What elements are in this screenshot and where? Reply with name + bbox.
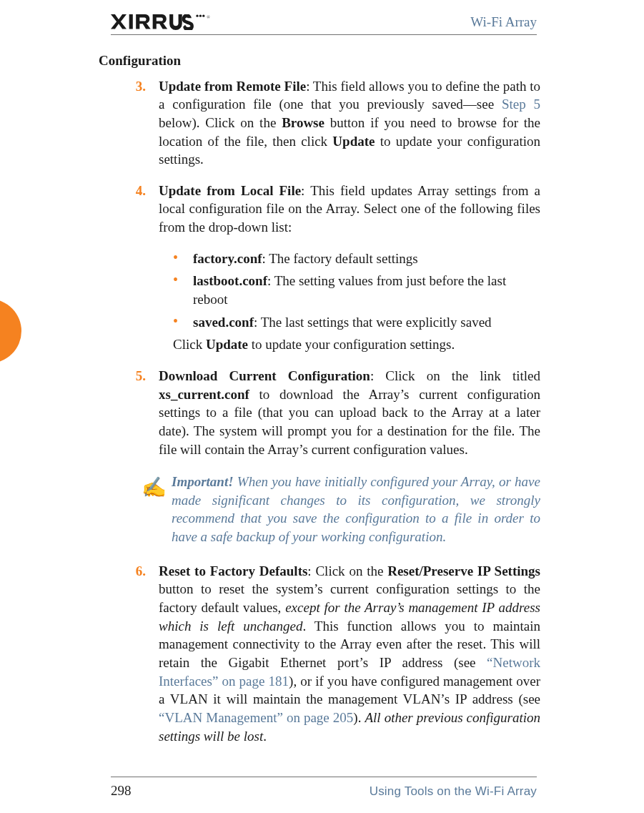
footer-rule bbox=[111, 777, 537, 777]
step-title: Reset to Factory Defaults bbox=[159, 563, 307, 578]
svg-point-2 bbox=[196, 15, 198, 17]
svg-point-4 bbox=[202, 15, 204, 17]
svg-rect-1 bbox=[129, 14, 133, 29]
page-number: 298 bbox=[111, 783, 132, 799]
list-item: • factory.conf: The factory default sett… bbox=[173, 250, 540, 268]
list-item: • saved.conf: The last settings that wer… bbox=[173, 313, 540, 332]
text: to update your configuration settings. bbox=[248, 337, 455, 352]
text: : Click on the link titled bbox=[370, 368, 540, 383]
svg-marker-0 bbox=[111, 14, 127, 29]
ui-label: Browse bbox=[282, 115, 325, 130]
page-footer: 298 Using Tools on the Wi-Fi Array bbox=[111, 783, 537, 799]
text: Click bbox=[173, 337, 206, 352]
text: : Click on the bbox=[307, 563, 387, 578]
page-header: ® Wi-Fi Array bbox=[111, 14, 537, 35]
document-title: Wi-Fi Array bbox=[470, 14, 537, 30]
step-number: 4. bbox=[117, 182, 159, 237]
svg-text:®: ® bbox=[207, 15, 210, 19]
page-tab bbox=[0, 299, 21, 363]
file-name: lastboot.conf bbox=[193, 273, 267, 288]
crossref-link[interactable]: “VLAN Management” on page 205 bbox=[159, 710, 353, 725]
step-body: Download Current Configuration: Click on… bbox=[159, 367, 540, 458]
bullet-icon: • bbox=[173, 250, 193, 265]
bullet-icon: • bbox=[173, 313, 193, 329]
file-name: saved.conf bbox=[193, 315, 254, 330]
text: below). Click on the bbox=[159, 115, 282, 130]
ui-label: Reset/Preserve IP Settings bbox=[387, 563, 540, 578]
svg-point-3 bbox=[199, 15, 202, 17]
step-title: Download Current Configuration bbox=[159, 368, 370, 383]
paragraph: Click Update to update your configuratio… bbox=[173, 335, 540, 354]
footer-chapter: Using Tools on the Wi-Fi Array bbox=[370, 784, 537, 799]
step-body: Reset to Factory Defaults: Click on the … bbox=[159, 562, 540, 745]
step-3: 3. Update from Remote File: This field a… bbox=[99, 77, 540, 169]
step-number: 3. bbox=[117, 77, 159, 169]
text: : The factory default settings bbox=[262, 251, 418, 266]
sublist: • factory.conf: The factory default sett… bbox=[173, 250, 540, 332]
ui-label: Update bbox=[206, 337, 248, 352]
text: . bbox=[263, 729, 267, 744]
bullet-icon: • bbox=[173, 272, 193, 287]
callout-text: Important! When you have initially confi… bbox=[172, 473, 540, 546]
list-item: • lastboot.conf: The setting values from… bbox=[173, 272, 540, 308]
callout-lead: Important! bbox=[172, 474, 234, 489]
hand-write-icon: ✍ bbox=[136, 473, 172, 501]
file-name: xs_current.conf bbox=[159, 387, 249, 402]
step-5: 5. Download Current Configuration: Click… bbox=[99, 367, 540, 458]
step-title: Update from Local File bbox=[159, 183, 301, 198]
section-heading: Configuration bbox=[99, 51, 540, 70]
step-4: 4. Update from Local File: This field up… bbox=[99, 182, 540, 237]
crossref-link[interactable]: Step 5 bbox=[502, 97, 540, 112]
file-name: factory.conf bbox=[193, 251, 262, 266]
text: ). bbox=[353, 710, 365, 725]
step-number: 6. bbox=[117, 562, 159, 745]
xirrus-logo: ® bbox=[111, 14, 216, 30]
step-body: Update from Remote File: This field allo… bbox=[159, 77, 540, 169]
step-title: Update from Remote File bbox=[159, 79, 306, 94]
step-number: 5. bbox=[117, 367, 159, 458]
ui-label: Update bbox=[332, 134, 375, 149]
important-callout: ✍ Important! When you have initially con… bbox=[136, 473, 540, 546]
step-6: 6. Reset to Factory Defaults: Click on t… bbox=[99, 562, 540, 745]
text: : The last settings that were explicitly… bbox=[254, 315, 492, 330]
step-body: Update from Local File: This field updat… bbox=[159, 182, 540, 237]
